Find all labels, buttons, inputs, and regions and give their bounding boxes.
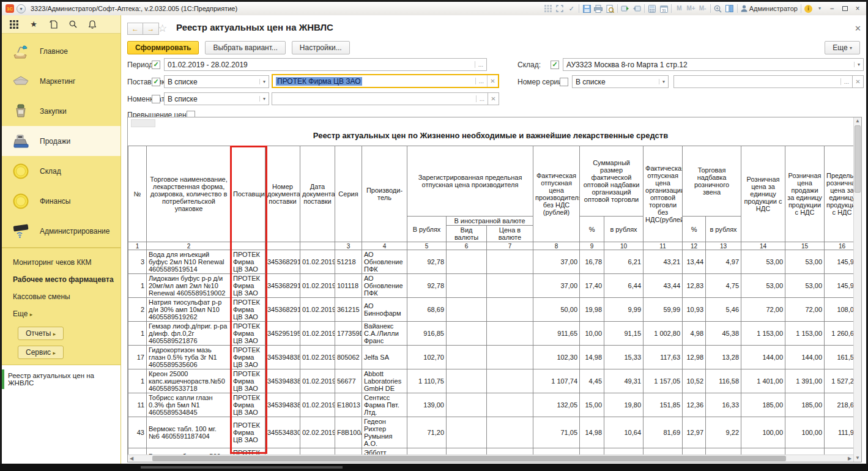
print-icon[interactable] [594,4,603,13]
report-cell[interactable]: 1 153,00 [785,322,825,346]
report-cell[interactable] [487,417,533,448]
report-cell[interactable]: 345368291/5 [265,250,300,274]
report-cell[interactable]: Гидрокортизон мазь глазн 0.5% туба 3г N1… [147,346,231,369]
report-cell[interactable]: 1 527,28 [825,369,853,393]
report-cell[interactable]: 12,97 [683,417,706,448]
column-number[interactable]: 3 [335,242,362,250]
report-cell[interactable]: 218,64 [825,393,853,417]
report-cell[interactable]: Гемзар лиоф.д/приг. р-ра д/инф. фл.0,2г … [147,322,231,346]
report-cell[interactable]: 345394838/0 [265,369,300,393]
col-header[interactable]: в рублях [604,217,644,242]
report-cell[interactable]: 345394838/0 [265,346,300,369]
report-cell[interactable]: 345368291/5 [265,298,300,322]
report-cell[interactable]: 01.02.2019 [300,250,335,274]
report-cell[interactable]: 145,94 [825,250,853,274]
sidebar-item-prodazhi[interactable]: Продажи [2,126,121,156]
sidebar-link-cash-shifts[interactable]: Кассовые смены [13,292,121,301]
ellipsis-button[interactable]: ... [475,78,487,84]
report-cell[interactable]: Сентисс Фарма Пвт. Лтд. [362,393,407,417]
report-cell[interactable] [447,322,487,346]
supplier-checkbox[interactable] [152,78,160,86]
report-cell[interactable]: ПРОТЕК Фирма ЦВ ЗАО [231,346,265,369]
report-cell[interactable]: E18013 [335,393,362,417]
report-cell[interactable]: 4,75 [706,274,741,298]
choose-variant-button[interactable]: Выбрать вариант... [205,41,285,54]
report-cell[interactable]: 1 500,00 [785,448,825,455]
nomenclature-value-field[interactable]: ... [272,92,488,105]
report-cell[interactable]: 162,81 [604,448,644,455]
report-cell[interactable]: 12,98 [683,346,706,369]
col-header[interactable]: Производи-тель [362,146,407,242]
report-cell[interactable]: 10,00 [580,322,604,346]
report-cell[interactable]: 01.02.2019 [300,298,335,322]
report-cell[interactable]: -- [706,448,741,455]
col-header[interactable]: Цена в валюте [487,226,533,242]
report-cell[interactable]: 81,69 [644,417,683,448]
ellipsis-button[interactable]: ... [840,78,852,85]
report-cell[interactable]: 1 260,66 [825,322,853,346]
get-link-icon[interactable] [632,4,641,13]
column-number[interactable]: 16 [825,242,853,250]
restore-button[interactable] [840,4,850,13]
report-cell[interactable]: ПРОТЕК Фирма ЦВ ЗАО [231,393,265,417]
print-preview-icon[interactable] [606,4,614,13]
report-cell[interactable]: 01.02.2019 [300,274,335,298]
col-header[interactable]: Торговое наименование, лекарственная фор… [147,146,231,242]
grid-menu-icon[interactable] [544,4,552,13]
series-num-value-field[interactable]: ... [673,75,853,88]
report-cell[interactable]: 2 328,82 [825,448,853,455]
vertical-scroll-thumb[interactable] [855,125,861,193]
sidebar-item-administrirovanie[interactable]: Администрирование [2,216,121,246]
report-cell[interactable]: 1 [128,369,147,393]
col-header[interactable]: Суммарный размер фактической оптовой над… [580,146,644,217]
report-cell[interactable] [487,393,533,417]
report-cell[interactable]: 102,30 [533,346,580,369]
report-cell[interactable]: 805062 [335,346,362,369]
column-number[interactable]: 11 [644,242,683,250]
minimize-button[interactable]: − [827,4,837,13]
settings-button[interactable]: Настройки... [292,41,350,54]
open-window-tab[interactable]: Реестр актуальных цен на ЖНВЛС [2,369,121,389]
report-cell[interactable]: 37,00 [533,274,580,298]
clear-button[interactable]: ✕ [487,75,498,87]
report-cell[interactable]: 5,46 [706,298,741,322]
col-header[interactable]: % [683,217,706,242]
scroll-down-icon[interactable]: ▼ [854,454,861,462]
report-cell[interactable]: 116,58 [706,369,741,393]
report-cell[interactable]: 13,44 [683,250,706,274]
sidebar-link-pharmacist-workplace[interactable]: Рабочее место фармацевта [13,275,121,284]
report-cell[interactable] [447,346,487,369]
report-cell[interactable]: 100,00 [785,417,825,448]
report-cell[interactable]: 17 [128,346,147,369]
column-number[interactable]: 8 [533,242,580,250]
report-cell[interactable]: 185,00 [741,393,785,417]
period-field[interactable]: 01.02.2019 - 28.02.2019 ... [164,58,487,71]
report-cell[interactable]: 1 791,06 [644,448,683,455]
report-cell[interactable]: Гептрал таб.п.кш.о.500мг №20 46055911833… [147,448,231,455]
horizontal-scrollbar[interactable]: ◀ ▶ [128,454,853,462]
col-header[interactable]: В иностранной валюте [447,217,533,226]
column-number[interactable]: 14 [741,242,785,250]
report-cell[interactable]: 19,98 [580,298,604,322]
col-header[interactable]: В рублях [407,217,447,242]
col-header[interactable]: Фактическая отпускная цена организации о… [644,146,683,242]
col-header[interactable]: Торговая надбавка розничного звена [683,146,741,217]
report-cell[interactable]: 53,00 [741,250,785,274]
zoom-icon[interactable] [714,4,722,13]
report-cell[interactable]: 02.02.2019 [300,417,335,448]
report-cell[interactable]: 144,00 [785,346,825,369]
fullscreen-icon[interactable] [555,4,564,13]
report-cell[interactable]: 10,52 [683,369,706,393]
report-cell[interactable]: 59,99 [644,298,683,322]
report-cell[interactable]: 50,00 [533,298,580,322]
report-cell[interactable] [487,346,533,369]
column-number[interactable]: 2 [147,242,231,250]
report-cell[interactable]: 71,05 [533,417,580,448]
col-header[interactable]: Зарегистрированная предельная отпускная … [407,146,533,217]
current-user-button[interactable]: Администратор [741,5,798,12]
report-cell[interactable]: 1086659 [335,448,362,455]
column-number[interactable]: 9 [580,242,604,250]
report-cell[interactable]: 92,78 [407,274,447,298]
chevron-down-icon[interactable]: ▾ [854,62,863,67]
col-header[interactable]: Предельная розничная цена за единицу про… [825,146,853,242]
